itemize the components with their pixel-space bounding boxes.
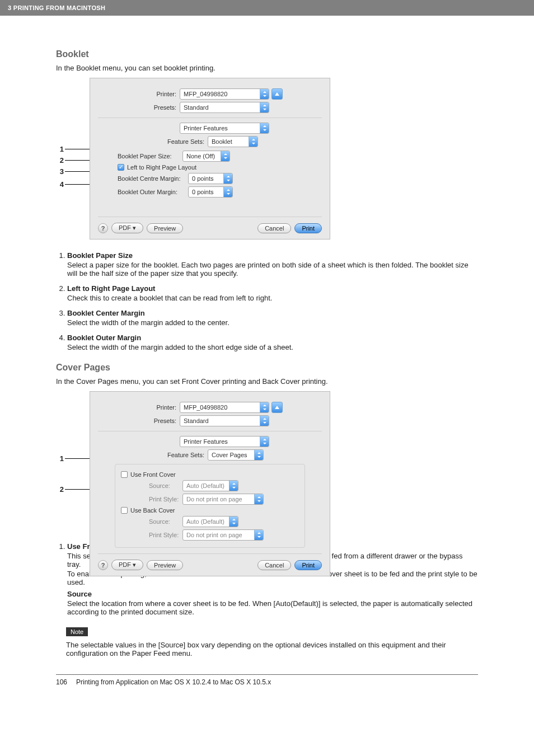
- print-button[interactable]: Print: [294, 560, 322, 570]
- presets-select[interactable]: Standard: [180, 415, 269, 426]
- print-style-label: Print Style:: [149, 532, 179, 538]
- svg-marker-9: [224, 153, 227, 155]
- disclosure-button[interactable]: [271, 402, 283, 413]
- def-body: Select a paper size for the booklet. Eac…: [67, 261, 478, 278]
- booklet-paper-size-select[interactable]: None (Off): [182, 151, 230, 162]
- cancel-button[interactable]: Cancel: [257, 223, 291, 233]
- booklet-paper-size-label: Booklet Paper Size:: [118, 153, 179, 159]
- def-subterm: Source: [67, 590, 478, 598]
- svg-marker-23: [257, 456, 261, 458]
- left-to-right-label: Left to Right Page Layout: [127, 164, 196, 171]
- callout-2: 2: [56, 485, 64, 494]
- svg-marker-20: [263, 439, 266, 440]
- front-source-select[interactable]: Auto (Default): [182, 480, 238, 491]
- svg-marker-28: [232, 519, 236, 520]
- svg-marker-0: [263, 91, 266, 93]
- def-body: Check this to create a booklet that can …: [67, 294, 478, 302]
- printer-label: Printer:: [98, 91, 176, 97]
- outer-margin-select[interactable]: 0 points: [188, 186, 233, 198]
- footer-rule: [56, 674, 478, 675]
- svg-marker-3: [263, 105, 266, 106]
- svg-marker-29: [232, 523, 236, 524]
- centre-margin-select[interactable]: 0 points: [188, 173, 233, 184]
- centre-margin-label: Booklet Centre Margin:: [118, 175, 185, 182]
- help-button[interactable]: ?: [98, 560, 108, 570]
- back-style-select[interactable]: Do not print on page: [182, 529, 264, 541]
- svg-marker-2: [275, 92, 279, 96]
- footer-text: Printing from Application on Mac OS X 10…: [76, 678, 271, 686]
- preview-button[interactable]: Preview: [147, 560, 183, 570]
- chevron-updown-icon: [260, 89, 269, 99]
- svg-marker-27: [257, 500, 261, 502]
- feature-sets-label: Feature Sets:: [98, 452, 204, 458]
- callout-2: 2: [56, 156, 64, 165]
- booklet-definition-list: Booklet Paper Size Select a paper size f…: [56, 251, 478, 351]
- presets-label: Presets:: [98, 417, 176, 424]
- printer-select[interactable]: MFP_04998820: [180, 88, 269, 100]
- print-style-label: Print Style:: [149, 496, 179, 503]
- pdf-menu-button[interactable]: PDF ▾: [111, 223, 143, 233]
- back-source-select[interactable]: Auto (Default): [182, 516, 238, 527]
- page-body: Booklet In the Booklet menu, you can set…: [0, 16, 534, 708]
- chevron-updown-icon: [260, 123, 269, 133]
- front-cover-group: Use Front Cover Source: Auto (Default) P…: [115, 464, 305, 548]
- section-intro-coverpages: In the Cover Pages menu, you can set Fro…: [56, 377, 478, 386]
- note-text: The selectable values in the [Source] bo…: [66, 641, 478, 658]
- svg-marker-11: [227, 176, 230, 177]
- section-title-booklet: Booklet: [56, 49, 478, 59]
- def-term: Booklet Outer Margin: [67, 334, 141, 342]
- use-front-cover-label: Use Front Cover: [130, 471, 176, 478]
- svg-marker-16: [263, 408, 266, 410]
- chevron-updown-icon: [254, 494, 263, 504]
- callout-4: 4: [56, 180, 64, 189]
- chevron-updown-icon: [260, 402, 269, 412]
- svg-marker-19: [263, 422, 266, 424]
- def-term: Left to Right Page Layout: [67, 284, 155, 293]
- def-term: Booklet Center Margin: [67, 309, 145, 317]
- source-label: Source:: [149, 482, 179, 489]
- svg-marker-21: [263, 443, 266, 444]
- svg-marker-31: [257, 536, 261, 538]
- feature-sets-label: Feature Sets:: [98, 138, 204, 145]
- svg-marker-15: [263, 405, 266, 406]
- disclosure-button[interactable]: [271, 88, 283, 100]
- svg-marker-24: [232, 483, 236, 485]
- svg-marker-30: [257, 532, 261, 534]
- feature-sets-select[interactable]: Booklet: [208, 136, 258, 147]
- outer-margin-label: Booklet Outer Margin:: [118, 189, 185, 195]
- pdf-menu-button[interactable]: PDF ▾: [111, 560, 143, 570]
- print-button[interactable]: Print: [294, 223, 322, 233]
- chevron-updown-icon: [223, 173, 232, 184]
- front-style-select[interactable]: Do not print on page: [182, 494, 264, 505]
- chevron-updown-icon: [260, 416, 269, 426]
- section-intro-booklet: In the Booklet menu, you can set booklet…: [56, 64, 478, 72]
- svg-marker-7: [252, 139, 255, 140]
- svg-marker-8: [252, 143, 255, 144]
- presets-select[interactable]: Standard: [180, 102, 269, 113]
- page-footer: 106 Printing from Application on Mac OS …: [56, 678, 478, 697]
- chevron-updown-icon: [221, 151, 229, 161]
- svg-marker-14: [227, 193, 230, 195]
- pane-select[interactable]: Printer Features: [180, 123, 269, 134]
- chevron-updown-icon: [254, 530, 263, 540]
- callout-1: 1: [56, 145, 64, 153]
- use-front-cover-checkbox[interactable]: [121, 471, 128, 478]
- chapter-header: 3 PRINTING FROM MACINTOSH: [0, 0, 534, 16]
- help-button[interactable]: ?: [98, 223, 108, 233]
- svg-marker-4: [263, 109, 266, 110]
- print-dialog-coverpages: Printer: MFP_04998820 Presets: Standard …: [90, 391, 330, 576]
- pane-select[interactable]: Printer Features: [180, 436, 269, 447]
- use-back-cover-checkbox[interactable]: [121, 507, 128, 514]
- left-to-right-checkbox[interactable]: [118, 164, 124, 171]
- chevron-updown-icon: [260, 436, 269, 447]
- cancel-button[interactable]: Cancel: [257, 560, 291, 570]
- printer-select[interactable]: MFP_04998820: [180, 402, 269, 413]
- chevron-updown-icon: [249, 137, 257, 147]
- page-number: 106: [56, 678, 67, 686]
- callout-1: 1: [56, 454, 64, 463]
- def-term: Booklet Paper Size: [67, 251, 133, 260]
- feature-sets-select[interactable]: Cover Pages: [208, 449, 264, 461]
- preview-button[interactable]: Preview: [147, 223, 183, 233]
- svg-marker-17: [275, 406, 279, 409]
- def-body: Select the width of the margin added to …: [67, 343, 478, 351]
